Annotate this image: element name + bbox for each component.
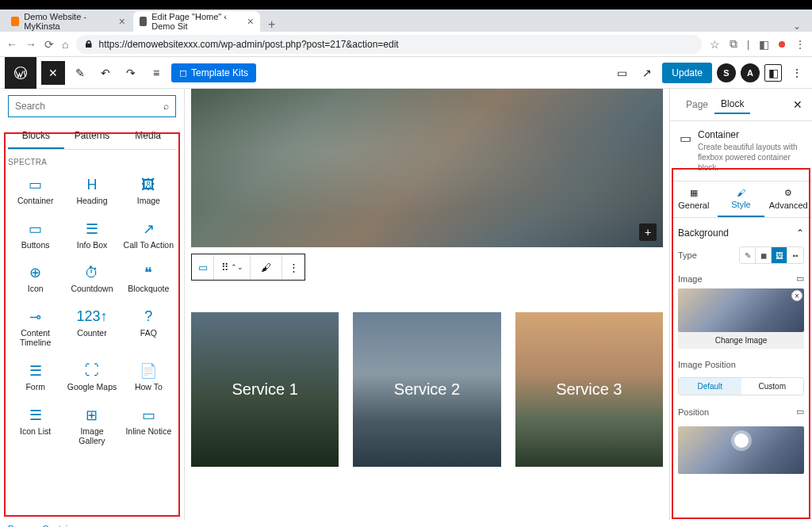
- close-icon[interactable]: ×: [119, 15, 125, 28]
- hero-container-block[interactable]: +: [191, 89, 663, 247]
- faq-icon: ?: [144, 308, 152, 326]
- forward-icon[interactable]: →: [25, 38, 36, 51]
- profile-icon[interactable]: [779, 41, 785, 48]
- block-container[interactable]: ▭Container: [8, 170, 63, 212]
- service-card[interactable]: Service 2: [353, 312, 500, 467]
- breadcrumb: Page › Container: [0, 521, 812, 527]
- home-icon[interactable]: ⌂: [62, 38, 68, 51]
- position-custom[interactable]: Custom: [741, 378, 804, 395]
- search-input[interactable]: ⌕: [8, 95, 176, 117]
- settings-sidebar: Page Block ✕ ▭ Container Create beautifu…: [669, 89, 812, 521]
- type-video-icon[interactable]: ▪▪: [787, 247, 803, 263]
- desktop-view-icon[interactable]: ▭: [611, 63, 632, 83]
- tab-media[interactable]: Media: [120, 124, 176, 149]
- type-none-icon[interactable]: ✎: [740, 247, 756, 263]
- block-countdown[interactable]: ⏱Countdown: [64, 258, 119, 300]
- redo-icon[interactable]: ↷: [121, 63, 141, 83]
- tab-block[interactable]: Block: [714, 95, 750, 114]
- block-inserter: ⌕ Blocks Patterns Media SPECTRA ▭Contain…: [0, 89, 185, 521]
- remove-image-icon[interactable]: ×: [791, 290, 802, 301]
- change-image-button[interactable]: Change Image: [678, 332, 804, 349]
- style-icon[interactable]: 🖌: [251, 254, 282, 280]
- star-icon[interactable]: ☆: [710, 38, 720, 51]
- settings-panel-icon[interactable]: ◧: [764, 64, 782, 82]
- breadcrumb-page[interactable]: Page: [8, 524, 29, 527]
- focal-point-handle[interactable]: [734, 433, 749, 448]
- tab-advanced[interactable]: ⚙Advanced: [764, 181, 812, 217]
- address-bar[interactable]: 🔒︎ https://demowebsitexxx.com/wp-admin/p…: [76, 35, 701, 54]
- buttons-icon: ▭: [29, 220, 42, 238]
- focal-point-picker[interactable]: [678, 426, 804, 474]
- block-heading[interactable]: HHeading: [64, 170, 119, 212]
- close-icon[interactable]: ✕: [793, 98, 802, 111]
- drag-handle[interactable]: ⠿ ⌃⌄: [214, 254, 251, 280]
- back-icon[interactable]: ←: [6, 38, 17, 51]
- container-icon: ▭: [29, 176, 42, 193]
- spectra-icon[interactable]: S: [717, 63, 736, 82]
- undo-icon[interactable]: ↶: [95, 63, 116, 83]
- external-link-icon[interactable]: ↗: [637, 63, 657, 83]
- style-icon: 🖌: [737, 188, 745, 197]
- block-description: Create beautiful layouts with flexbox po…: [698, 142, 802, 173]
- new-tab-button[interactable]: +: [262, 17, 282, 32]
- block-gallery[interactable]: ⊞Image Gallery: [64, 400, 119, 453]
- gear-icon: ⚙: [784, 188, 792, 198]
- browser-tab-active[interactable]: Edit Page "Home" ‹ Demo Sit ×: [133, 11, 260, 32]
- tab-general[interactable]: ▦General: [670, 181, 718, 217]
- extensions-icon[interactable]: ⧉: [730, 37, 737, 51]
- block-image[interactable]: 🖼Image: [121, 170, 176, 212]
- block-icon[interactable]: ⊕Icon: [8, 258, 63, 300]
- block-timeline[interactable]: ⊸Content Timeline: [8, 302, 63, 354]
- breadcrumb-container[interactable]: Container: [43, 524, 81, 527]
- block-notice[interactable]: ▭Inline Notice: [121, 400, 176, 453]
- block-faq[interactable]: ?FAQ: [121, 302, 176, 354]
- reload-icon[interactable]: ⟳: [44, 38, 54, 51]
- block-buttons[interactable]: ▭Buttons: [8, 214, 63, 257]
- service-card[interactable]: Service 3: [515, 312, 663, 467]
- block-form[interactable]: ☰Form: [8, 356, 63, 399]
- tab-patterns[interactable]: Patterns: [64, 124, 121, 149]
- close-icon[interactable]: ×: [247, 15, 254, 28]
- block-cta[interactable]: ↗Call To Action: [121, 214, 176, 257]
- block-infobox[interactable]: ☰Info Box: [64, 214, 119, 257]
- menu-icon[interactable]: ⋮: [795, 38, 806, 51]
- browser-tabs: Demo Website - MyKinsta × Edit Page "Hom…: [0, 10, 812, 32]
- block-howto[interactable]: 📄How To: [121, 356, 176, 399]
- browser-tab[interactable]: Demo Website - MyKinsta ×: [5, 11, 132, 32]
- wordpress-logo[interactable]: [5, 57, 36, 89]
- tab-blocks[interactable]: Blocks: [8, 124, 64, 149]
- tab-page[interactable]: Page: [680, 96, 714, 113]
- block-maps[interactable]: ⛶Google Maps: [64, 356, 119, 399]
- desktop-icon[interactable]: ▭: [796, 407, 804, 417]
- image-icon: 🖼: [141, 176, 155, 193]
- form-icon: ☰: [29, 362, 42, 380]
- add-block-button[interactable]: +: [639, 223, 657, 241]
- options-icon[interactable]: ⋮: [787, 63, 807, 83]
- tab-style[interactable]: 🖌Style: [718, 181, 765, 217]
- template-kits-button[interactable]: ◻ Template Kits: [171, 63, 256, 82]
- label-image-position: Image Position: [678, 360, 736, 369]
- cta-icon: ↗: [143, 220, 155, 238]
- block-counter[interactable]: 123↑Counter: [64, 302, 119, 354]
- more-options-icon[interactable]: ⋮: [282, 254, 304, 280]
- close-inserter-button[interactable]: ✕: [41, 61, 65, 85]
- block-blockquote[interactable]: ❝Blockquote: [121, 258, 176, 300]
- block-type-icon[interactable]: ▭: [192, 254, 214, 280]
- blockquote-icon: ❝: [144, 264, 152, 281]
- panel-icon[interactable]: ◧: [759, 38, 769, 51]
- type-image-icon[interactable]: 🖼: [772, 247, 787, 263]
- type-color-icon[interactable]: ◼: [756, 247, 772, 263]
- position-default[interactable]: Default: [679, 378, 741, 395]
- astra-icon[interactable]: A: [741, 63, 760, 82]
- update-button[interactable]: Update: [662, 63, 712, 83]
- background-image-preview[interactable]: ×: [678, 288, 804, 332]
- edit-icon[interactable]: ✎: [70, 63, 90, 83]
- list-view-icon[interactable]: ≡: [146, 63, 167, 83]
- lock-icon: 🔒︎: [84, 39, 94, 50]
- service-card[interactable]: Service 1: [191, 312, 339, 467]
- desktop-icon[interactable]: ▭: [796, 273, 804, 284]
- section-background[interactable]: Background⌃: [678, 224, 804, 242]
- editor-canvas: + ▭ ⠿ ⌃⌄ 🖌 ⋮ Service 1 Service 2 Service…: [185, 89, 669, 521]
- chevron-down-icon[interactable]: ⌄: [793, 21, 801, 32]
- block-iconlist[interactable]: ☰Icon List: [8, 400, 63, 453]
